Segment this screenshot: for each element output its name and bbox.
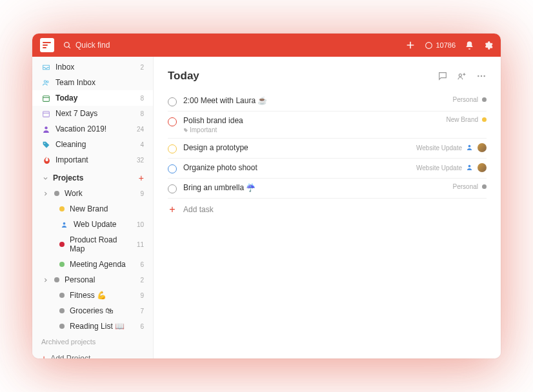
sidebar-project-groceries[interactable]: Groceries 🛍 7 <box>32 303 153 318</box>
header-bar: Quick find 10786 <box>32 34 501 57</box>
task-row[interactable]: Design a prototype Website Update <box>168 139 487 159</box>
quick-find[interactable]: Quick find <box>63 41 110 50</box>
sidebar-item-today[interactable]: Today 8 <box>32 90 153 106</box>
task-title: Organize photo shoot <box>183 163 410 172</box>
share-icon[interactable] <box>457 71 467 81</box>
sidebar-project-meeting[interactable]: Meeting Agenda 6 <box>32 257 153 272</box>
sidebar-item-label: Inbox <box>55 63 74 72</box>
svg-point-21 <box>483 75 485 77</box>
project-color-dot <box>59 324 65 329</box>
sidebar-item-label: Reading List 📖 <box>70 322 125 331</box>
task-meta: New Brand <box>447 116 487 123</box>
task-checkbox[interactable] <box>168 117 177 126</box>
settings-icon[interactable] <box>483 41 493 50</box>
sidebar-item-count: 6 <box>140 323 144 330</box>
sidebar-item-label: Team Inbox <box>55 78 96 87</box>
sidebar-project-web-update[interactable]: Web Update 10 <box>32 217 153 232</box>
project-color-dot <box>59 206 65 211</box>
sidebar-item-label: Vacation 2019! <box>55 124 106 133</box>
archived-projects-label[interactable]: Archived projects <box>32 334 153 349</box>
svg-rect-7 <box>43 95 49 101</box>
sidebar-project-roadmap[interactable]: Product Road Map 11 <box>32 232 153 257</box>
sidebar-item-label: Work <box>65 189 83 198</box>
task-row[interactable]: Organize photo shoot Website Update <box>168 159 487 179</box>
sidebar-item-important[interactable]: Important 32 <box>32 152 153 168</box>
task-checkbox[interactable] <box>168 144 177 153</box>
sidebar-item-inbox[interactable]: Inbox 2 <box>32 59 153 75</box>
notifications-icon[interactable] <box>465 41 474 50</box>
karma-points: 10786 <box>436 41 456 49</box>
plus-icon: + <box>168 205 177 214</box>
sidebar-project-work[interactable]: Work 9 <box>32 186 153 201</box>
sidebar-item-label: Cleaning <box>55 140 86 149</box>
page-title: Today <box>168 70 199 83</box>
add-task-label: Add task <box>183 205 214 214</box>
task-project-label: Website Update <box>416 164 462 172</box>
project-color-dot <box>59 293 65 298</box>
sidebar-project-fitness[interactable]: Fitness 💪 9 <box>32 288 153 303</box>
task-checkbox[interactable] <box>168 164 177 173</box>
plus-icon: + <box>41 353 46 358</box>
svg-point-19 <box>478 75 479 77</box>
svg-point-5 <box>44 80 46 82</box>
project-color-dot <box>54 191 59 196</box>
chevron-right-icon <box>41 276 49 284</box>
sidebar-item-count: 32 <box>137 157 144 164</box>
project-color-dot <box>59 262 65 267</box>
sidebar-project-new-brand[interactable]: New Brand <box>32 201 153 217</box>
more-icon[interactable] <box>476 71 487 81</box>
comments-icon[interactable] <box>437 71 448 81</box>
quick-find-placeholder: Quick find <box>75 41 110 50</box>
task-title: Design a prototype <box>183 143 410 152</box>
add-project-icon[interactable]: + <box>139 173 144 183</box>
shared-icon <box>466 144 474 152</box>
assignee-avatar <box>478 163 487 172</box>
sidebar-item-label: Meeting Agenda <box>70 260 126 269</box>
sidebar-item-team-inbox[interactable]: Team Inbox <box>32 75 153 90</box>
task-title: 2:00 Meet with Laura ☕️ <box>183 96 447 105</box>
karma-indicator[interactable]: 10786 <box>425 41 456 50</box>
sidebar-item-label: Groceries 🛍 <box>70 306 113 315</box>
sidebar-item-cleaning[interactable]: Cleaning 4 <box>32 137 153 152</box>
sidebar-item-label: Product Road Map <box>70 235 132 253</box>
task-project-label: Personal <box>453 96 478 103</box>
sidebar-item-label: New Brand <box>70 204 108 213</box>
flame-icon <box>41 155 50 164</box>
svg-point-0 <box>65 42 70 47</box>
task-list: 2:00 Meet with Laura ☕️ Personal Polish … <box>168 92 487 199</box>
sidebar-item-vacation[interactable]: Vacation 2019! 24 <box>32 121 153 137</box>
shared-icon <box>466 164 474 172</box>
task-row[interactable]: Polish brand idea Important New Brand <box>168 112 487 139</box>
project-color-dot <box>482 117 487 122</box>
sidebar-item-label: Important <box>55 155 88 164</box>
sidebar-item-count: 2 <box>140 277 144 284</box>
sidebar-item-next7[interactable]: Next 7 Days 8 <box>32 106 153 121</box>
chevron-down-icon <box>41 174 49 182</box>
app-logo[interactable] <box>40 38 54 52</box>
add-task-button[interactable]: + Add task <box>168 199 487 220</box>
add-project-button[interactable]: + Add Project <box>32 349 153 358</box>
task-row[interactable]: Bring an umbrella ☔️ Personal <box>168 179 487 199</box>
task-title: Bring an umbrella ☔️ <box>183 183 447 192</box>
task-row[interactable]: 2:00 Meet with Laura ☕️ Personal <box>168 92 487 112</box>
sidebar-project-personal[interactable]: Personal 2 <box>32 272 153 288</box>
sidebar-item-count: 7 <box>140 308 144 315</box>
sidebar-section-projects[interactable]: Projects + <box>32 168 153 186</box>
svg-point-20 <box>481 75 482 77</box>
shared-icon <box>59 220 68 229</box>
sidebar-item-label: Fitness 💪 <box>70 291 106 300</box>
project-color-dot <box>59 242 65 247</box>
task-project-label: New Brand <box>447 116 478 123</box>
task-checkbox[interactable] <box>168 97 177 106</box>
project-color-dot <box>59 308 65 313</box>
inbox-icon <box>41 63 50 72</box>
task-checkbox[interactable] <box>168 184 177 193</box>
task-project-label: Website Update <box>416 144 462 152</box>
calendar-week-icon <box>41 109 50 118</box>
svg-point-16 <box>459 74 461 77</box>
svg-point-6 <box>46 81 48 83</box>
assignee-avatar <box>478 143 487 152</box>
sidebar-project-reading[interactable]: Reading List 📖 6 <box>32 318 153 334</box>
add-task-icon[interactable] <box>405 40 416 50</box>
sidebar-item-count: 24 <box>137 126 144 133</box>
